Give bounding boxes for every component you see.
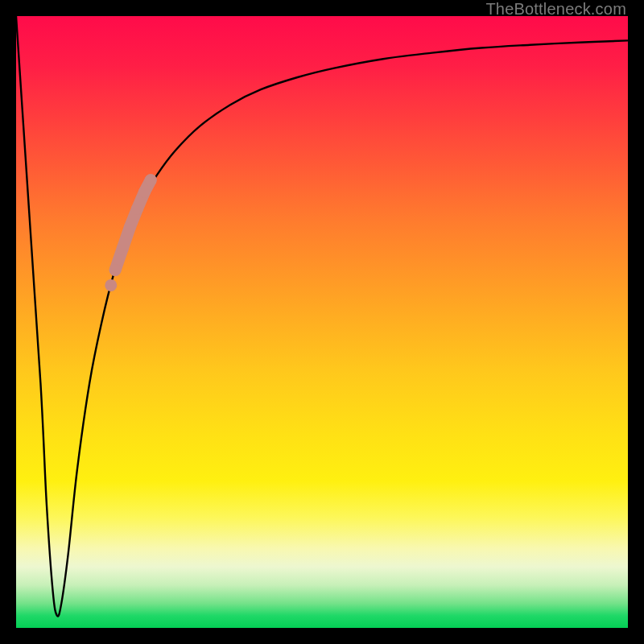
curve-layer	[16, 16, 628, 628]
highlight-dot	[145, 174, 157, 186]
plot-area	[16, 16, 628, 628]
highlight-dot	[109, 264, 122, 276]
highlight-segment	[105, 174, 156, 291]
chart-frame: TheBottleneck.com	[0, 0, 644, 644]
highlight-dot	[105, 279, 117, 291]
bottleneck-curve-path	[16, 16, 628, 617]
